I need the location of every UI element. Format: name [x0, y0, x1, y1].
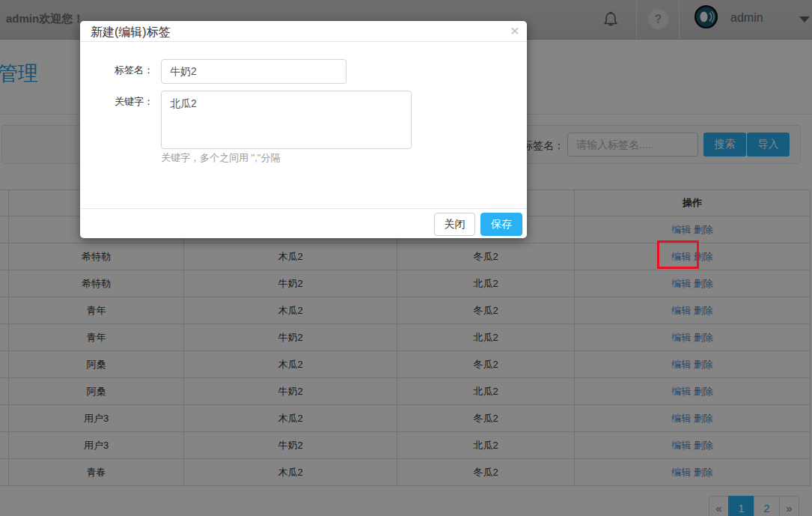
- modal-close-button[interactable]: 关闭: [434, 213, 475, 236]
- keyword-help-text: 关键字，多个之间用 ","分隔: [161, 151, 280, 165]
- app-window: admin欢迎您！ ? admin 管理 标签名： 搜索: [0, 0, 812, 516]
- modal-header: 新建(编辑)标签 ×: [80, 21, 527, 42]
- keyword-label: 关键字：: [103, 95, 153, 109]
- modal-title: 新建(编辑)标签: [91, 25, 171, 40]
- modal-footer: 关闭 保存: [80, 208, 527, 238]
- keyword-field[interactable]: 北瓜2: [161, 91, 412, 149]
- edit-tag-modal: 新建(编辑)标签 × 标签名： 关键字： 北瓜2 关键字，多个之间用 ","分隔…: [80, 21, 527, 238]
- close-icon[interactable]: ×: [510, 22, 519, 40]
- tag-name-field[interactable]: [161, 59, 347, 84]
- tag-name-label: 标签名：: [103, 64, 153, 77]
- highlight-box: [657, 240, 699, 269]
- modal-save-button[interactable]: 保存: [480, 213, 522, 236]
